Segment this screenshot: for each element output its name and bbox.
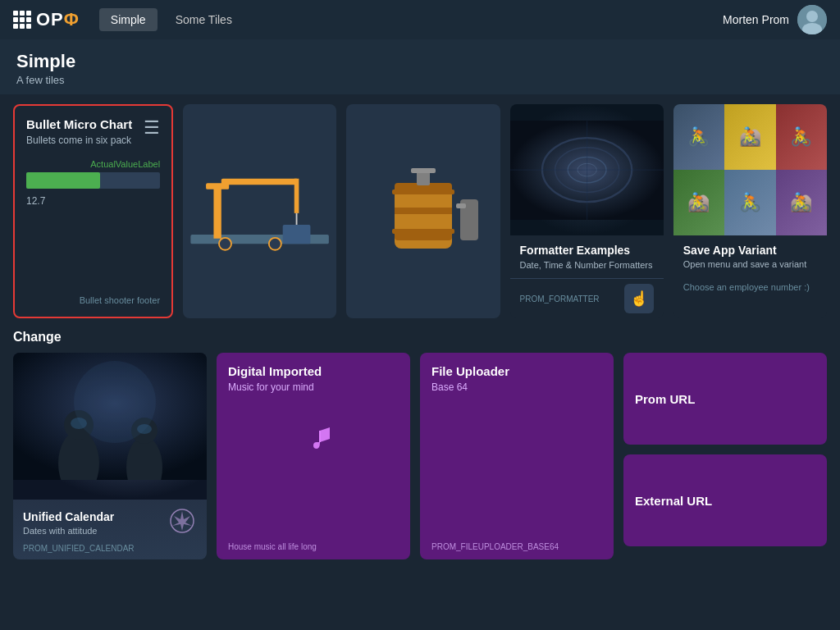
tunnel-svg	[510, 107, 664, 234]
digital-imported-subtitle: Music for your mind	[228, 381, 399, 393]
file-uploader-subtitle: Base 64	[431, 381, 602, 393]
tunnel-visual	[510, 104, 664, 235]
svg-rect-19	[411, 168, 436, 173]
machinery-svg	[183, 158, 336, 265]
formatter-footer: PROM_FORMATTER ☝	[510, 278, 664, 318]
svg-rect-9	[283, 224, 311, 243]
tile-file-uploader[interactable]: File Uploader Base 64 PROM_FILEUPLOADER_…	[420, 353, 614, 559]
file-uploader-badge: PROM_FILEUPLOADER_BASE64	[420, 539, 614, 559]
formatter-action-button[interactable]: ☝	[624, 284, 654, 313]
save-app-variant-description: Open menu and save a variant	[683, 259, 817, 269]
tile-row-2: Unified Calendar Dates with attitude PRO…	[13, 353, 827, 559]
photo-cell-3: 🚴	[776, 104, 827, 170]
calendar-title-group: Unified Calendar Dates with attitude	[23, 510, 114, 536]
digital-imported-header: Digital Imported Music for your mind	[217, 353, 410, 404]
avatar[interactable]	[797, 5, 827, 34]
actual-value-label: ActualValueLabel	[26, 159, 160, 169]
svg-point-10	[219, 237, 231, 249]
digital-imported-footer: House music all life long	[217, 539, 410, 559]
page-title: Simple	[16, 51, 824, 72]
music-note-svg	[294, 424, 333, 463]
machinery-image	[183, 104, 336, 318]
svg-rect-7	[294, 178, 299, 212]
photo-cell-1: 🚴	[673, 104, 724, 170]
bullet-chart-subtitle: Bullets come in six pack	[26, 135, 160, 146]
save-app-variant-body: Save App Variant Open menu and save a va…	[673, 235, 827, 277]
calendar-image	[13, 353, 207, 500]
bullet-chart-fill	[26, 172, 100, 189]
svg-rect-16	[392, 189, 454, 194]
calendar-bg-svg	[13, 353, 207, 480]
save-app-variant-image: 🚴 🚵 🚴 🚵 🚴 🚵	[673, 104, 827, 235]
formatter-title: Formatter Examples	[520, 244, 654, 257]
header-user: Morten Prom	[723, 5, 827, 34]
tile-bullet-chart[interactable]: ☰ Bullet Micro Chart Bullets come in six…	[13, 104, 173, 318]
tile-external-url[interactable]: External URL	[623, 454, 827, 546]
main-content: ☰ Bullet Micro Chart Bullets come in six…	[0, 94, 840, 630]
formatter-description: Date, Time & Number Formatters	[520, 260, 654, 270]
svg-point-11	[269, 237, 281, 249]
right-column: Prom URL External URL	[623, 353, 827, 559]
barrel-svg	[349, 158, 497, 265]
file-uploader-header: File Uploader Base 64	[420, 353, 614, 404]
prom-url-title: Prom URL	[635, 392, 815, 406]
digital-imported-title: Digital Imported	[228, 364, 399, 378]
photo-cell-4: 🚵	[673, 170, 724, 235]
bullet-chart-title: Bullet Micro Chart	[26, 117, 160, 131]
tile-save-app-variant[interactable]: 🚴 🚵 🚴 🚵 🚴 🚵 Save App Variant Open menu a…	[673, 104, 827, 318]
jedi-icon	[167, 506, 197, 536]
bullet-chart-value: 12.7	[26, 195, 160, 207]
formatter-body: Formatter Examples Date, Time & Number F…	[510, 235, 664, 278]
logo-area: OPΦ	[13, 9, 80, 30]
tile-digital-imported[interactable]: Digital Imported Music for your mind Hou…	[217, 353, 410, 559]
svg-rect-21	[456, 203, 466, 208]
tile-machinery[interactable]	[183, 104, 336, 318]
svg-point-36	[74, 361, 156, 443]
svg-rect-4	[214, 185, 221, 239]
nav-tab-simple[interactable]: Simple	[99, 8, 158, 31]
formatter-image	[510, 104, 664, 235]
tile-unified-calendar[interactable]: Unified Calendar Dates with attitude PRO…	[13, 353, 207, 559]
svg-rect-15	[395, 208, 452, 214]
bullet-chart-bar	[26, 172, 160, 189]
tile-formatter[interactable]: Formatter Examples Date, Time & Number F…	[510, 104, 664, 318]
nav-tab-some-tiles[interactable]: Some Tiles	[164, 8, 244, 31]
change-section-label: Change	[13, 330, 827, 345]
tile-barrel[interactable]	[346, 104, 500, 318]
header: OPΦ Simple Some Tiles Morten Prom	[0, 0, 840, 39]
calendar-title: Unified Calendar	[23, 510, 114, 523]
tile-prom-url[interactable]: Prom URL	[623, 353, 827, 445]
nav-tabs: Simple Some Tiles	[99, 8, 244, 31]
calendar-subtitle: Dates with attitude	[23, 526, 114, 536]
calendar-badge: PROM_UNIFIED_CALENDAR	[13, 539, 207, 559]
calendar-bottom-row: Unified Calendar Dates with attitude	[13, 500, 207, 539]
svg-rect-38	[319, 431, 321, 442]
music-icon	[217, 404, 410, 483]
save-app-variant-footer: Choose an employee number :)	[673, 277, 827, 300]
page-header: Simple A few tiles	[0, 39, 840, 94]
formatter-badge: PROM_FORMATTER	[520, 294, 600, 304]
file-uploader-title: File Uploader	[431, 364, 602, 378]
list-icon: ☰	[144, 117, 160, 139]
svg-point-1	[806, 11, 818, 22]
svg-rect-6	[221, 178, 299, 184]
page-subtitle: A few tiles	[16, 74, 824, 86]
save-app-variant-title: Save App Variant	[683, 244, 817, 257]
jedi-svg	[169, 508, 195, 534]
photo-cell-6: 🚵	[776, 170, 827, 235]
tile-row-1: ☰ Bullet Micro Chart Bullets come in six…	[13, 104, 827, 318]
user-name: Morten Prom	[723, 13, 789, 26]
photo-cell-2: 🚵	[724, 104, 775, 170]
grid-icon[interactable]	[13, 11, 31, 29]
logo-text: OPΦ	[36, 9, 80, 30]
photo-cell-5: 🚴	[724, 170, 775, 235]
svg-rect-17	[392, 229, 454, 234]
external-url-title: External URL	[635, 494, 815, 508]
bullet-chart-footer: Bullet shooter footer	[26, 295, 160, 305]
